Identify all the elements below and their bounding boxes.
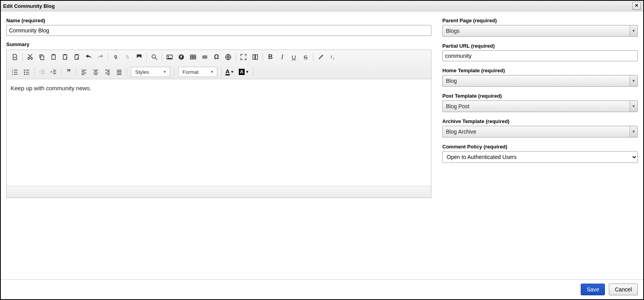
unlink-icon[interactable]: [122, 52, 133, 62]
titlebar: Edit Community Blog ✕: [1, 1, 643, 11]
show-blocks-icon[interactable]: [250, 52, 261, 62]
dialog: Edit Community Blog ✕ Name (required) Su…: [0, 0, 644, 300]
indent-icon[interactable]: [48, 66, 59, 77]
bold-icon[interactable]: B: [265, 52, 276, 62]
chevron-down-icon: ▼: [630, 75, 637, 86]
numbered-list-icon[interactable]: 123: [9, 66, 20, 77]
home-template-label: Home Template (required): [442, 68, 638, 73]
editor-statusbar: [7, 186, 431, 198]
partial-url-label: Partial URL (required): [442, 43, 638, 49]
editor-toolbar: T W: [7, 50, 431, 79]
name-label: Name (required): [6, 18, 431, 23]
chevron-down-icon: ▼: [630, 25, 637, 36]
styles-dropdown[interactable]: Styles ▼: [131, 67, 170, 77]
highlight-icon[interactable]: [315, 52, 326, 62]
outdent-icon[interactable]: [36, 66, 47, 77]
svg-point-11: [152, 55, 156, 58]
summary-label: Summary: [6, 41, 431, 47]
comment-policy-select[interactable]: Open to Authenticated Users: [442, 151, 638, 163]
svg-point-26: [24, 71, 25, 73]
align-left-icon[interactable]: [79, 66, 89, 77]
svg-text:x: x: [333, 57, 335, 60]
flash-icon[interactable]: [176, 52, 187, 62]
chevron-down-icon: ▼: [630, 101, 637, 112]
source-icon[interactable]: [9, 52, 20, 62]
comment-policy-label: Comment Policy (required): [442, 144, 638, 150]
image-icon[interactable]: [164, 52, 175, 62]
post-template-value: Blog Post: [443, 103, 630, 109]
right-column: Parent Page (required) Blogs ▼ Partial U…: [442, 15, 638, 275]
chevron-down-icon: ▼: [231, 70, 234, 74]
svg-rect-6: [64, 54, 66, 55]
home-template-value: Blog: [443, 78, 630, 84]
copy-icon[interactable]: [36, 52, 47, 62]
svg-point-13: [168, 56, 169, 57]
svg-point-25: [24, 70, 25, 71]
align-justify-icon[interactable]: [114, 66, 125, 77]
paste-icon[interactable]: [48, 52, 59, 62]
redo-icon[interactable]: [95, 52, 106, 62]
chevron-down-icon: ▼: [245, 70, 249, 74]
save-button[interactable]: Save: [581, 284, 605, 295]
svg-rect-15: [190, 55, 196, 59]
blockquote-icon[interactable]: ”: [63, 66, 74, 77]
svg-rect-4: [53, 54, 55, 55]
parent-page-value: Blogs: [443, 28, 630, 34]
table-icon[interactable]: [188, 52, 199, 62]
close-button[interactable]: ✕: [632, 2, 641, 10]
svg-rect-9: [76, 54, 78, 55]
styles-dropdown-label: Styles: [135, 69, 149, 75]
maximize-icon[interactable]: [238, 52, 249, 62]
svg-point-0: [28, 58, 30, 60]
name-input[interactable]: [6, 25, 431, 36]
content: Name (required) Summary: [1, 11, 643, 279]
anchor-icon[interactable]: [134, 52, 145, 62]
home-template-select[interactable]: Blog ▼: [442, 75, 638, 87]
toolbar-row-2: 123 ”: [9, 66, 429, 77]
svg-rect-3: [52, 55, 55, 59]
iframe-icon[interactable]: [223, 52, 234, 62]
remove-format-icon[interactable]: Ix: [327, 52, 338, 62]
align-right-icon[interactable]: [102, 66, 113, 77]
special-char-icon[interactable]: Ω: [211, 52, 222, 62]
paste-text-icon[interactable]: T: [60, 52, 71, 62]
svg-point-1: [31, 58, 33, 60]
align-center-icon[interactable]: [90, 66, 101, 77]
editor-body[interactable]: Keep up with community news.: [7, 79, 431, 186]
dialog-title: Edit Community Blog: [3, 3, 55, 9]
svg-rect-2: [41, 56, 44, 60]
partial-url-input[interactable]: [442, 50, 638, 61]
bg-color-button[interactable]: A ▼: [237, 68, 250, 76]
archive-template-value: Blog Archive: [443, 129, 630, 135]
cut-icon[interactable]: [25, 52, 36, 62]
chevron-down-icon: ▼: [630, 126, 637, 137]
cancel-button[interactable]: Cancel: [609, 284, 638, 295]
archive-template-select[interactable]: Blog Archive ▼: [442, 126, 638, 138]
svg-text:W: W: [77, 57, 79, 59]
post-template-select[interactable]: Blog Post ▼: [442, 100, 638, 112]
undo-icon[interactable]: [83, 52, 94, 62]
paste-word-icon[interactable]: W: [72, 52, 82, 62]
strike-icon[interactable]: S: [300, 52, 311, 62]
rich-text-editor: T W: [6, 50, 431, 198]
find-icon[interactable]: [149, 52, 160, 62]
svg-rect-18: [253, 55, 255, 59]
link-icon[interactable]: [110, 52, 121, 62]
editor-content: Keep up with community news.: [11, 85, 91, 91]
parent-page-label: Parent Page (required): [442, 18, 638, 23]
bullet-list-icon[interactable]: [21, 66, 32, 77]
dialog-footer: Save Cancel: [1, 279, 643, 299]
svg-text:I: I: [330, 54, 333, 59]
svg-rect-19: [256, 55, 258, 59]
text-color-button[interactable]: A ▼: [224, 68, 236, 76]
italic-icon[interactable]: I: [277, 52, 288, 62]
underline-icon[interactable]: U: [288, 52, 299, 62]
svg-text:3: 3: [12, 73, 13, 75]
archive-template-label: Archive Template (required): [442, 118, 638, 124]
format-dropdown[interactable]: Format ▼: [178, 67, 217, 77]
horizontal-rule-icon[interactable]: [199, 52, 210, 62]
text-color-icon: A: [225, 69, 230, 75]
svg-text:T: T: [66, 57, 67, 59]
chevron-down-icon: ▼: [210, 70, 214, 74]
parent-page-select[interactable]: Blogs ▼: [442, 25, 638, 37]
